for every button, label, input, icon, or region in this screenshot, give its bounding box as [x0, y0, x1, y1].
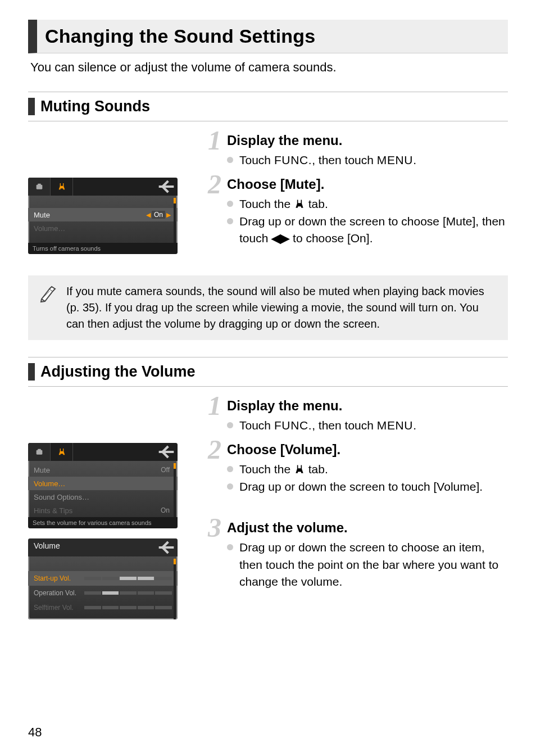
step-1-line: Touch FUNC., then touch MENU.: [227, 152, 508, 169]
vol-row-operation: Operation Vol.: [28, 586, 178, 600]
note-box: If you mute camera sounds, the sound wil…: [28, 275, 508, 340]
tools-icon: [294, 461, 305, 478]
screenshot-volume-menu: Mute Off Volume… Sound Options… Hints & …: [28, 443, 178, 528]
step-3-title: Adjust the volume.: [227, 520, 508, 536]
step-1-display-menu-vol: 1 Display the menu. Touch FUNC., then to…: [208, 398, 508, 434]
tools-tab-icon: [51, 178, 73, 196]
section-muting-heading: Muting Sounds: [28, 98, 508, 115]
screenshot-volume-adjust: Volume Start-up Vol. Operation Vol.: [28, 538, 178, 619]
menu-hint: Sets the volume for various camera sound…: [28, 517, 178, 528]
note-pencil-icon: [38, 283, 58, 304]
page-number: 48: [28, 725, 508, 740]
step-number-3: 3: [208, 512, 221, 543]
menu-row-sound-options: Sound Options…: [28, 490, 178, 504]
step-2-title: Choose [Volume].: [227, 442, 508, 458]
menu-row-volume: Volume…: [28, 221, 178, 235]
left-right-arrows-icon: ◀▶: [271, 230, 289, 247]
step-2-line-2: Drag up or down the screen to choose [Mu…: [227, 213, 508, 247]
step-number-1: 1: [208, 125, 221, 156]
camera-tab-icon: [28, 443, 51, 461]
menu-label: MENU: [377, 153, 413, 166]
step-number-2: 2: [208, 434, 221, 465]
back-icon: [155, 443, 178, 461]
menu-hint: Turns off camera sounds: [28, 243, 178, 254]
menu-label: MENU: [377, 419, 413, 432]
step-2-line-1: Touch the tab.: [227, 461, 508, 478]
section-muting-bar: Muting Sounds: [28, 92, 508, 121]
step-1-title: Display the menu.: [227, 398, 508, 414]
menu-row-hints: Hints & Tips On: [28, 504, 178, 517]
menu-row-mute: Mute Off: [28, 463, 178, 477]
section-volume-heading: Adjusting the Volume: [28, 363, 508, 381]
volume-screen-title: Volume: [28, 538, 155, 553]
step-number-2: 2: [208, 169, 221, 200]
vol-row-startup: Start-up Vol.: [28, 571, 178, 586]
step-2-title: Choose [Mute].: [227, 176, 508, 192]
step-number-1: 1: [208, 390, 221, 421]
intro-text: You can silence or adjust the volume of …: [30, 60, 506, 75]
menu-row-mute: Mute ◀ On ▶: [28, 208, 178, 221]
menu-row-volume: Volume…: [28, 477, 178, 490]
page-title-bar: Changing the Sound Settings: [28, 20, 508, 53]
note-text: If you mute camera sounds, the sound wil…: [66, 283, 498, 332]
section-volume-bar: Adjusting the Volume: [28, 357, 508, 387]
step-3-line: Drag up or down the screen to choose an …: [227, 539, 508, 590]
step-1-display-menu: 1 Display the menu. Touch FUNC., then to…: [208, 133, 508, 169]
step-1-line: Touch FUNC., then touch MENU.: [227, 417, 508, 434]
func-label: FUNC.: [274, 153, 312, 166]
step-3-adjust-volume: 3 Adjust the volume. Drag up or down the…: [208, 520, 508, 590]
vol-row-selftimer: Selftimer Vol.: [28, 600, 178, 615]
func-label: FUNC.: [274, 419, 312, 432]
step-2-choose-mute: 2 Choose [Mute]. Touch the tab. Drag up …: [208, 176, 508, 247]
page-title: Changing the Sound Settings: [45, 25, 500, 47]
step-1-title: Display the menu.: [227, 133, 508, 148]
screenshot-mute-menu: Mute ◀ On ▶ Volume… Turns off camera sou…: [28, 178, 178, 254]
step-2-line-1: Touch the tab.: [227, 196, 508, 212]
back-icon: [155, 178, 178, 196]
svg-rect-1: [38, 184, 40, 185]
step-2-line-2: Drag up or down the screen to touch [Vol…: [227, 478, 508, 495]
tools-icon: [294, 196, 305, 212]
camera-tab-icon: [28, 178, 51, 196]
svg-rect-3: [38, 449, 40, 451]
back-icon: [155, 538, 178, 556]
tools-tab-icon: [51, 443, 73, 461]
step-2-choose-volume: 2 Choose [Volume]. Touch the tab. Drag u…: [208, 442, 508, 495]
